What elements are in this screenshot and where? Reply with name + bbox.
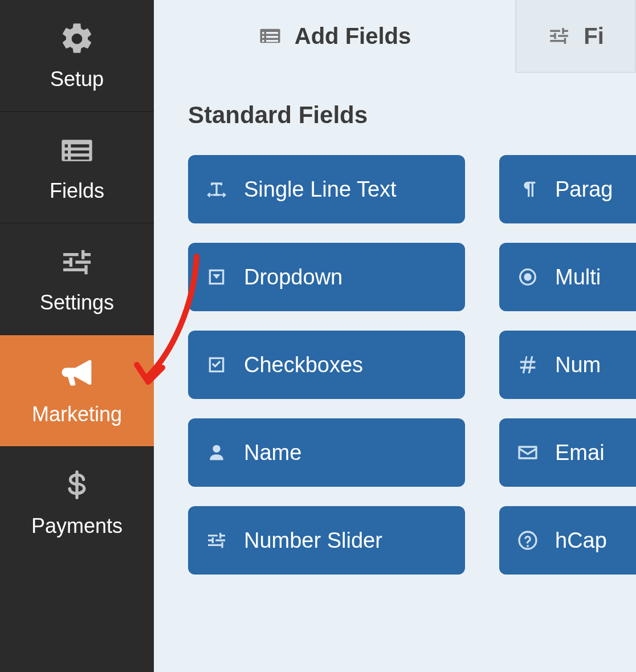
sliders-icon (205, 529, 228, 552)
field-label: hCap (555, 528, 607, 553)
field-hcaptcha[interactable]: hCap (499, 506, 636, 575)
field-numbers[interactable]: Num (499, 331, 636, 399)
sliders-icon (547, 24, 571, 48)
hash-icon (516, 353, 539, 376)
list-box-icon (258, 24, 282, 48)
sidebar-item-label: Settings (40, 291, 114, 315)
field-checkboxes[interactable]: Checkboxes (188, 331, 465, 399)
field-name[interactable]: Name (188, 418, 465, 487)
field-label: Name (244, 441, 301, 465)
tab-label: Add Fields (295, 23, 411, 49)
field-paragraph[interactable]: Parag (499, 155, 636, 223)
sidebar-item-label: Fields (50, 179, 104, 203)
field-label: Multi (555, 265, 601, 290)
field-label: Dropdown (244, 265, 343, 290)
field-dropdown[interactable]: Dropdown (188, 243, 465, 311)
sidebar-item-settings[interactable]: Settings (0, 223, 154, 335)
sidebar-item-marketing[interactable]: Marketing (0, 335, 154, 447)
tab-add-fields[interactable]: Add Fields (154, 0, 516, 73)
tabs: Add Fields Fi (154, 0, 636, 73)
field-grid: Single Line Text Parag Dropdown Multi (188, 155, 615, 575)
field-label: Single Line Text (244, 177, 397, 202)
sidebar-item-label: Setup (50, 67, 104, 91)
user-icon (205, 441, 228, 464)
question-circle-icon (516, 529, 539, 552)
megaphone-icon (59, 356, 95, 392)
sidebar-item-fields[interactable]: Fields (0, 112, 154, 223)
envelope-icon (516, 441, 539, 464)
gear-icon (59, 21, 95, 57)
main-panel: Add Fields Fi Standard Fields Single Lin… (154, 0, 636, 672)
field-multiple-choice[interactable]: Multi (499, 243, 636, 311)
content: Standard Fields Single Line Text Parag (154, 73, 636, 575)
radio-dot-icon (516, 266, 539, 288)
list-box-icon (59, 132, 95, 169)
field-number-slider[interactable]: Number Slider (188, 506, 465, 575)
text-icon (205, 178, 228, 201)
sliders-icon (59, 244, 95, 280)
sidebar-item-payments[interactable]: Payments (0, 447, 154, 559)
section-title: Standard Fields (188, 101, 615, 129)
field-label: Emai (555, 441, 605, 465)
field-label: Checkboxes (244, 353, 363, 377)
sidebar-item-setup[interactable]: Setup (0, 0, 154, 112)
tab-field-options[interactable]: Fi (516, 0, 636, 73)
sidebar-item-label: Marketing (32, 402, 122, 426)
check-square-icon (205, 353, 228, 376)
paragraph-icon (516, 178, 539, 201)
field-label: Num (555, 353, 601, 377)
field-email[interactable]: Emai (499, 418, 636, 487)
field-label: Parag (555, 177, 613, 202)
caret-square-icon (205, 266, 228, 288)
sidebar: Setup Fields Settings Marketing Payments (0, 0, 154, 672)
sidebar-item-label: Payments (31, 514, 123, 538)
tab-label: Fi (584, 23, 604, 49)
field-single-line-text[interactable]: Single Line Text (188, 155, 465, 223)
field-label: Number Slider (244, 528, 382, 553)
dollar-icon (59, 467, 95, 504)
